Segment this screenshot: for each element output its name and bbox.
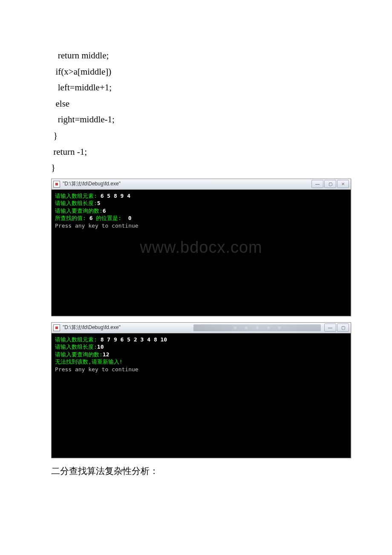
code-line: right=middle-1; [51,113,341,127]
document-page: return middle; if(x>a[middle]) left=midd… [0,0,392,503]
console-line: 请输入数组元素: 8 7 9 6 5 2 3 4 8 10 [55,336,347,344]
console-line: Press any key to continue [55,366,347,373]
console-output: 请输入数组元素: 6 5 8 9 4 请输入数组长度:5 请输入要查询的数:6 … [52,190,351,316]
blurred-region [193,324,321,331]
close-button[interactable]: ✕ [337,180,349,188]
section-heading: 二分查找算法复杂性分析： [51,465,341,477]
app-icon [53,181,60,188]
console-line: 无法找到该数,请重新输入! [55,358,347,366]
window-title: "D:\算法\fd\Debug\fd.exe" [63,324,190,331]
console-line: 所查找的值: 6 的位置是: 0 [55,214,347,222]
console-line: 请输入要查询的数:6 [55,207,347,215]
code-line: return -1; [51,145,341,159]
console-output: 请输入数组元素: 8 7 9 6 5 2 3 4 8 10 请输入数组长度:10… [52,333,351,458]
app-icon [53,324,60,331]
code-line: return middle; [51,49,341,63]
titlebar[interactable]: "D:\算法\fd\Debug\fd.exe" — ▢ ✕ [52,179,351,190]
console-window-1: "D:\算法\fd\Debug\fd.exe" — ▢ ✕ 请输入数组元素: 6… [51,179,351,316]
watermark-text: www.bdocx.com [52,237,351,258]
maximize-button[interactable]: ▢ [337,324,349,332]
console-window-2: "D:\算法\fd\Debug\fd.exe" — ▢ 请输入数组元素: 8 7… [51,322,351,458]
console-line: 请输入数组长度:10 [55,343,347,351]
minimize-button[interactable]: — [324,324,336,332]
window-title: "D:\算法\fd\Debug\fd.exe" [63,180,311,188]
code-line: left=middle+1; [51,81,341,95]
code-line: } [51,129,341,143]
code-line: } [51,161,341,175]
window-controls: — ▢ [324,324,349,332]
titlebar[interactable]: "D:\算法\fd\Debug\fd.exe" — ▢ [52,323,351,333]
maximize-button[interactable]: ▢ [324,180,336,188]
console-line: 请输入数组元素: 6 5 8 9 4 [55,192,347,200]
console-line: 请输入要查询的数:12 [55,351,347,358]
code-line: else [51,97,341,111]
code-line: if(x>a[middle]) [51,65,341,79]
console-line: Press any key to continue [55,222,347,230]
minimize-button[interactable]: — [311,180,323,188]
window-controls: — ▢ ✕ [311,180,349,188]
console-line: 请输入数组长度:5 [55,199,347,207]
